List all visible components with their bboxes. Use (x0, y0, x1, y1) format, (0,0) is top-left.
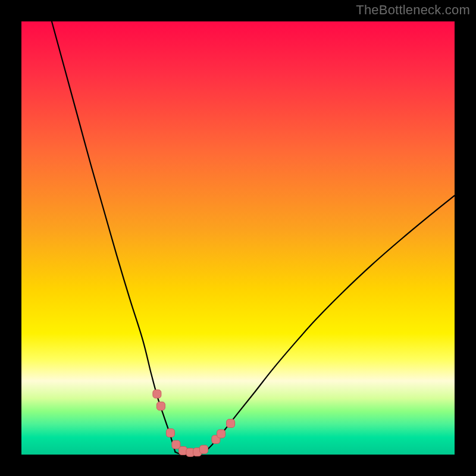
marker-point (156, 402, 165, 410)
marker-point (199, 445, 208, 453)
chart-frame: TheBottleneck.com (0, 0, 476, 476)
marker-point (227, 419, 235, 428)
curve-right-branch (207, 196, 455, 450)
watermark-text: TheBottleneck.com (356, 2, 470, 18)
curve-left-branch (52, 21, 175, 452)
marker-point (166, 429, 174, 437)
marker-point (217, 430, 226, 438)
marker-point (153, 390, 161, 398)
marker-point (172, 440, 180, 449)
chart-svg (21, 21, 455, 455)
plot-area (21, 21, 455, 455)
marker-group (153, 390, 235, 456)
